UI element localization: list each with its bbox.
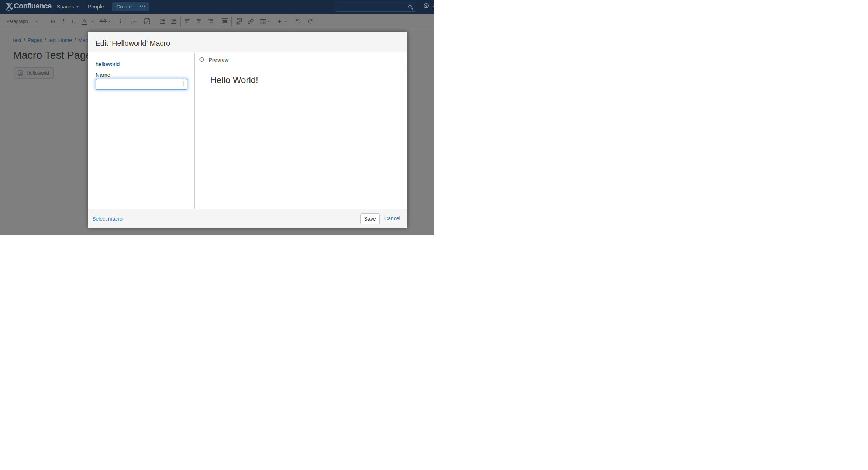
nav-spaces-menu[interactable]: Spaces bbox=[57, 0, 79, 14]
edit-macro-dialog: Edit ‘Helloworld’ Macro helloworld Name … bbox=[88, 32, 407, 228]
nav-people-link[interactable]: People bbox=[88, 0, 104, 14]
confluence-app: Confluence Spaces People Create ••• ? Pa… bbox=[0, 0, 434, 235]
ellipsis-icon: ••• bbox=[140, 4, 146, 9]
preview-heading: Preview bbox=[209, 57, 229, 63]
help-icon: ? bbox=[424, 3, 429, 8]
create-button[interactable]: Create bbox=[112, 2, 136, 11]
name-field-label: Name bbox=[96, 72, 110, 78]
dialog-body: helloworld Name ☥ Preview Hello World! bbox=[88, 53, 407, 209]
top-navigation-bar: Confluence Spaces People Create ••• ? bbox=[0, 0, 434, 14]
macro-name-text: helloworld bbox=[96, 61, 120, 67]
chevron-down-icon bbox=[432, 6, 434, 7]
search-icon[interactable] bbox=[408, 4, 413, 10]
select-macro-link[interactable]: Select macro bbox=[92, 216, 123, 222]
quick-search-box bbox=[335, 2, 416, 12]
cancel-link[interactable]: Cancel bbox=[384, 215, 400, 221]
preview-header: Preview bbox=[195, 53, 407, 66]
name-input[interactable] bbox=[96, 79, 187, 90]
refresh-icon[interactable] bbox=[199, 56, 205, 62]
help-menu[interactable]: ? bbox=[422, 1, 434, 12]
confluence-wordmark: Confluence bbox=[14, 2, 51, 10]
create-more-button[interactable]: ••• bbox=[136, 2, 149, 11]
confluence-x-icon bbox=[6, 3, 13, 11]
save-button[interactable]: Save bbox=[360, 213, 380, 224]
dialog-footer: Select macro Save Cancel bbox=[88, 209, 407, 228]
confluence-logo[interactable]: Confluence bbox=[6, 3, 51, 14]
search-input[interactable] bbox=[338, 3, 405, 11]
macro-parameters-panel: helloworld Name ☥ bbox=[88, 53, 194, 209]
chevron-down-icon bbox=[76, 6, 79, 8]
dialog-title: Edit ‘Helloworld’ Macro bbox=[96, 39, 170, 48]
macro-preview-panel: Preview Hello World! bbox=[194, 53, 407, 209]
dialog-header: Edit ‘Helloworld’ Macro bbox=[88, 32, 407, 52]
preview-content: Hello World! bbox=[210, 75, 258, 85]
